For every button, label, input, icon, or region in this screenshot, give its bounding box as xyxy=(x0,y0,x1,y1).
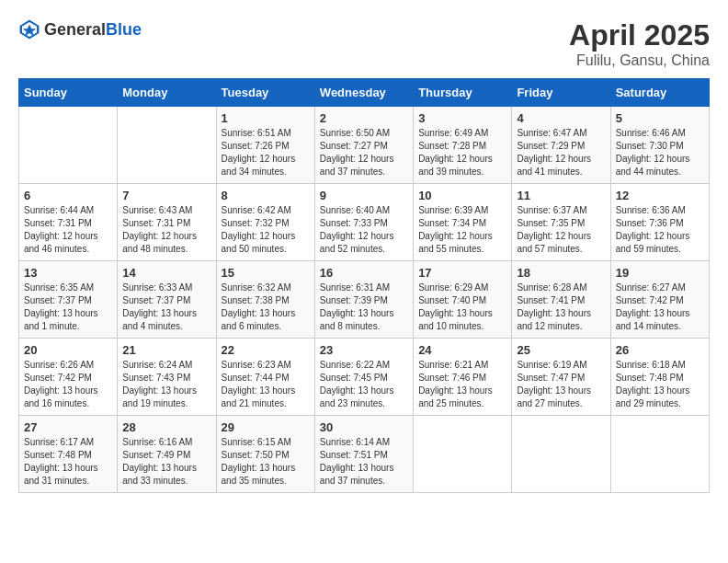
header-thursday: Thursday xyxy=(414,79,512,107)
calendar-cell: 18Sunrise: 6:28 AM Sunset: 7:41 PM Dayli… xyxy=(512,261,610,339)
week-row-4: 20Sunrise: 6:26 AM Sunset: 7:42 PM Dayli… xyxy=(19,339,710,416)
header-monday: Monday xyxy=(118,79,216,107)
calendar-cell xyxy=(19,107,118,184)
calendar-cell: 10Sunrise: 6:39 AM Sunset: 7:34 PM Dayli… xyxy=(414,184,512,261)
day-number: 7 xyxy=(122,189,210,202)
day-number: 11 xyxy=(517,189,605,202)
calendar-cell: 11Sunrise: 6:37 AM Sunset: 7:35 PM Dayli… xyxy=(512,184,610,261)
calendar-cell: 23Sunrise: 6:22 AM Sunset: 7:45 PM Dayli… xyxy=(314,339,413,416)
day-number: 27 xyxy=(24,420,112,434)
logo-blue-text: Blue xyxy=(106,20,142,39)
cell-content: Sunrise: 6:32 AM Sunset: 7:38 PM Dayligh… xyxy=(222,282,310,333)
cell-content: Sunrise: 6:18 AM Sunset: 7:48 PM Dayligh… xyxy=(616,359,704,410)
day-number: 2 xyxy=(320,111,408,125)
day-number: 12 xyxy=(616,189,704,202)
cell-content: Sunrise: 6:15 AM Sunset: 7:50 PM Dayligh… xyxy=(222,436,310,488)
cell-content: Sunrise: 6:36 AM Sunset: 7:36 PM Dayligh… xyxy=(616,204,704,256)
calendar-cell: 26Sunrise: 6:18 AM Sunset: 7:48 PM Dayli… xyxy=(610,339,709,416)
cell-content: Sunrise: 6:46 AM Sunset: 7:30 PM Dayligh… xyxy=(616,127,704,178)
calendar-cell xyxy=(512,416,610,493)
cell-content: Sunrise: 6:17 AM Sunset: 7:48 PM Dayligh… xyxy=(24,436,112,488)
day-number: 29 xyxy=(222,420,310,434)
cell-content: Sunrise: 6:35 AM Sunset: 7:37 PM Dayligh… xyxy=(24,282,112,333)
cell-content: Sunrise: 6:51 AM Sunset: 7:26 PM Dayligh… xyxy=(222,127,310,178)
header-wednesday: Wednesday xyxy=(314,79,413,107)
day-number: 4 xyxy=(517,111,605,125)
header-friday: Friday xyxy=(512,79,610,107)
cell-content: Sunrise: 6:27 AM Sunset: 7:42 PM Dayligh… xyxy=(616,282,704,333)
calendar-cell xyxy=(118,107,216,184)
week-row-2: 6Sunrise: 6:44 AM Sunset: 7:31 PM Daylig… xyxy=(19,184,710,261)
day-number: 30 xyxy=(320,420,408,434)
cell-content: Sunrise: 6:40 AM Sunset: 7:33 PM Dayligh… xyxy=(320,204,408,256)
calendar-cell: 15Sunrise: 6:32 AM Sunset: 7:38 PM Dayli… xyxy=(216,261,314,339)
calendar-cell: 12Sunrise: 6:36 AM Sunset: 7:36 PM Dayli… xyxy=(610,184,709,261)
page-header: GeneralBlue April 2025 Fulilu, Gansu, Ch… xyxy=(18,18,710,69)
day-number: 6 xyxy=(24,189,112,202)
cell-content: Sunrise: 6:23 AM Sunset: 7:44 PM Dayligh… xyxy=(222,359,310,410)
cell-content: Sunrise: 6:39 AM Sunset: 7:34 PM Dayligh… xyxy=(418,204,506,256)
day-number: 16 xyxy=(320,266,408,280)
day-number: 23 xyxy=(320,343,408,357)
calendar-cell: 5Sunrise: 6:46 AM Sunset: 7:30 PM Daylig… xyxy=(610,107,709,184)
location-title: Fulilu, Gansu, China xyxy=(569,52,710,69)
day-number: 18 xyxy=(517,266,605,280)
day-number: 13 xyxy=(24,266,112,280)
cell-content: Sunrise: 6:26 AM Sunset: 7:42 PM Dayligh… xyxy=(24,359,112,410)
cell-content: Sunrise: 6:19 AM Sunset: 7:47 PM Dayligh… xyxy=(517,359,605,410)
calendar-cell: 13Sunrise: 6:35 AM Sunset: 7:37 PM Dayli… xyxy=(19,261,118,339)
week-row-1: 1Sunrise: 6:51 AM Sunset: 7:26 PM Daylig… xyxy=(19,107,710,184)
header-saturday: Saturday xyxy=(610,79,709,107)
calendar-cell: 22Sunrise: 6:23 AM Sunset: 7:44 PM Dayli… xyxy=(216,339,314,416)
cell-content: Sunrise: 6:37 AM Sunset: 7:35 PM Dayligh… xyxy=(517,204,605,256)
cell-content: Sunrise: 6:50 AM Sunset: 7:27 PM Dayligh… xyxy=(320,127,408,178)
calendar-cell: 1Sunrise: 6:51 AM Sunset: 7:26 PM Daylig… xyxy=(216,107,314,184)
calendar-cell: 19Sunrise: 6:27 AM Sunset: 7:42 PM Dayli… xyxy=(610,261,709,339)
cell-content: Sunrise: 6:14 AM Sunset: 7:51 PM Dayligh… xyxy=(320,436,408,488)
calendar-cell: 30Sunrise: 6:14 AM Sunset: 7:51 PM Dayli… xyxy=(314,416,413,493)
day-number: 15 xyxy=(222,266,310,280)
cell-content: Sunrise: 6:44 AM Sunset: 7:31 PM Dayligh… xyxy=(24,204,112,256)
day-number: 20 xyxy=(24,343,112,357)
day-number: 5 xyxy=(616,111,704,125)
month-title: April 2025 xyxy=(569,18,710,52)
calendar-cell: 4Sunrise: 6:47 AM Sunset: 7:29 PM Daylig… xyxy=(512,107,610,184)
day-number: 8 xyxy=(222,189,310,202)
day-number: 22 xyxy=(222,343,310,357)
title-block: April 2025 Fulilu, Gansu, China xyxy=(569,18,710,69)
cell-content: Sunrise: 6:47 AM Sunset: 7:29 PM Dayligh… xyxy=(517,127,605,178)
cell-content: Sunrise: 6:33 AM Sunset: 7:37 PM Dayligh… xyxy=(122,282,210,333)
calendar-cell: 28Sunrise: 6:16 AM Sunset: 7:49 PM Dayli… xyxy=(118,416,216,493)
calendar-cell: 24Sunrise: 6:21 AM Sunset: 7:46 PM Dayli… xyxy=(414,339,512,416)
logo: GeneralBlue xyxy=(18,18,142,40)
cell-content: Sunrise: 6:28 AM Sunset: 7:41 PM Dayligh… xyxy=(517,282,605,333)
weekday-header-row: SundayMondayTuesdayWednesdayThursdayFrid… xyxy=(19,79,710,107)
calendar-cell: 17Sunrise: 6:29 AM Sunset: 7:40 PM Dayli… xyxy=(414,261,512,339)
cell-content: Sunrise: 6:42 AM Sunset: 7:32 PM Dayligh… xyxy=(222,204,310,256)
calendar-cell: 3Sunrise: 6:49 AM Sunset: 7:28 PM Daylig… xyxy=(414,107,512,184)
week-row-5: 27Sunrise: 6:17 AM Sunset: 7:48 PM Dayli… xyxy=(19,416,710,493)
day-number: 19 xyxy=(616,266,704,280)
cell-content: Sunrise: 6:49 AM Sunset: 7:28 PM Dayligh… xyxy=(418,127,506,178)
calendar-cell: 20Sunrise: 6:26 AM Sunset: 7:42 PM Dayli… xyxy=(19,339,118,416)
cell-content: Sunrise: 6:31 AM Sunset: 7:39 PM Dayligh… xyxy=(320,282,408,333)
cell-content: Sunrise: 6:29 AM Sunset: 7:40 PM Dayligh… xyxy=(418,282,506,333)
cell-content: Sunrise: 6:22 AM Sunset: 7:45 PM Dayligh… xyxy=(320,359,408,410)
calendar-cell: 25Sunrise: 6:19 AM Sunset: 7:47 PM Dayli… xyxy=(512,339,610,416)
calendar-cell: 29Sunrise: 6:15 AM Sunset: 7:50 PM Dayli… xyxy=(216,416,314,493)
day-number: 3 xyxy=(418,111,506,125)
day-number: 26 xyxy=(616,343,704,357)
day-number: 24 xyxy=(418,343,506,357)
calendar-cell xyxy=(610,416,709,493)
calendar-cell: 21Sunrise: 6:24 AM Sunset: 7:43 PM Dayli… xyxy=(118,339,216,416)
cell-content: Sunrise: 6:43 AM Sunset: 7:31 PM Dayligh… xyxy=(122,204,210,256)
header-sunday: Sunday xyxy=(19,79,118,107)
calendar-cell: 7Sunrise: 6:43 AM Sunset: 7:31 PM Daylig… xyxy=(118,184,216,261)
calendar-cell: 14Sunrise: 6:33 AM Sunset: 7:37 PM Dayli… xyxy=(118,261,216,339)
calendar-cell: 9Sunrise: 6:40 AM Sunset: 7:33 PM Daylig… xyxy=(314,184,413,261)
calendar-cell: 16Sunrise: 6:31 AM Sunset: 7:39 PM Dayli… xyxy=(314,261,413,339)
header-tuesday: Tuesday xyxy=(216,79,314,107)
cell-content: Sunrise: 6:16 AM Sunset: 7:49 PM Dayligh… xyxy=(122,436,210,488)
logo-general-text: General xyxy=(44,20,106,39)
week-row-3: 13Sunrise: 6:35 AM Sunset: 7:37 PM Dayli… xyxy=(19,261,710,339)
